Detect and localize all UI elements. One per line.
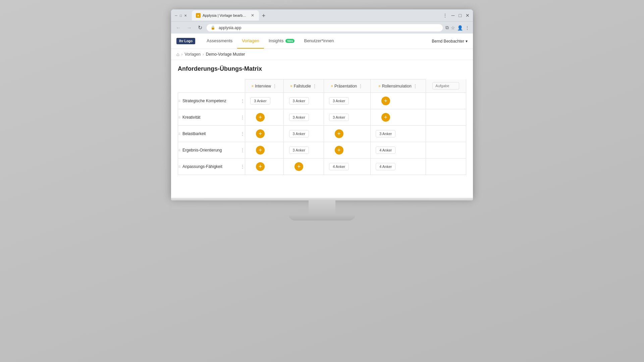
- forward-button[interactable]: →: [185, 24, 193, 32]
- cell-1-2[interactable]: 3 Anker: [324, 109, 370, 126]
- cell-4-3[interactable]: 4 Anker: [370, 159, 426, 175]
- anker-badge-2-3[interactable]: 3 Anker: [376, 130, 395, 137]
- logo[interactable]: Ihr Logo: [176, 38, 195, 44]
- col-header-aufgabe: [426, 79, 466, 93]
- col-label-3: Rollensimulation: [382, 84, 412, 88]
- breadcrumb-home-icon[interactable]: ⌂: [176, 52, 179, 57]
- tab-close-button[interactable]: ✕: [250, 13, 255, 18]
- settings-icon[interactable]: ⋮: [442, 12, 448, 19]
- benutzer-label: Benutzer*innen: [304, 38, 334, 43]
- address-bar: ← → ↻ 🔒 applysia.app ⧉ ☆ 👤 ⋮: [171, 21, 473, 34]
- col-header-fallstudie: ≡ Fallstudie ⋮: [284, 79, 324, 93]
- add-btn-2-2[interactable]: +: [335, 129, 343, 138]
- back-button[interactable]: ←: [174, 24, 182, 32]
- add-btn-0-3[interactable]: +: [381, 97, 390, 105]
- main-content: Anforderungs-Übungs-Matrix ≡ Interview ⋮: [171, 60, 473, 180]
- tab-favicon: A: [196, 13, 201, 18]
- cell-1-1[interactable]: 3 Anker: [284, 109, 324, 126]
- cell-0-2[interactable]: 3 Anker: [324, 93, 370, 109]
- aufgabe-input[interactable]: [432, 82, 459, 89]
- add-btn-1-3[interactable]: +: [381, 113, 390, 122]
- cell-4-0[interactable]: +: [245, 159, 284, 175]
- stand-base: [288, 214, 356, 221]
- cell-3-0[interactable]: +: [245, 142, 284, 159]
- new-tab-button[interactable]: +: [259, 11, 268, 20]
- matrix-table: ≡ Interview ⋮ ≡ Fallstudie ⋮: [178, 79, 466, 175]
- maximize-button[interactable]: □: [178, 13, 183, 18]
- row-menu-btn-2[interactable]: ⋮: [240, 131, 245, 136]
- cell-3-1[interactable]: 3 Anker: [284, 142, 324, 159]
- cell-3-2[interactable]: +: [324, 142, 370, 159]
- anker-badge-1-2[interactable]: 3 Anker: [329, 114, 349, 121]
- nav-vorlagen[interactable]: Vorlagen: [237, 34, 264, 49]
- cell-1-0[interactable]: +: [245, 109, 284, 126]
- col-menu-1[interactable]: ⋮: [312, 83, 317, 89]
- close-button[interactable]: ✕: [183, 13, 188, 18]
- nav-user[interactable]: Bernd Beobachter ▾: [432, 39, 468, 44]
- anker-badge-3-3[interactable]: 4 Anker: [376, 146, 395, 154]
- app-content: Ihr Logo Assessments Vorlagen Insights N…: [171, 34, 473, 198]
- nav-insights[interactable]: Insights Neu: [264, 34, 300, 49]
- breadcrumb-vorlagen[interactable]: Vorlagen: [184, 52, 200, 57]
- star-icon[interactable]: ☆: [451, 25, 455, 31]
- add-btn-4-1[interactable]: +: [294, 162, 303, 171]
- cell-4-1[interactable]: +: [284, 159, 324, 175]
- col-icon-3: ≡: [379, 84, 381, 88]
- row-menu-btn-1[interactable]: ⋮: [240, 115, 245, 120]
- col-menu-0[interactable]: ⋮: [272, 83, 277, 89]
- anker-badge-4-2[interactable]: 4 Anker: [329, 163, 349, 170]
- anker-badge-0-2[interactable]: 3 Anker: [329, 97, 349, 105]
- anker-badge-1-1[interactable]: 3 Anker: [289, 114, 309, 121]
- nav-assessments[interactable]: Assessments: [202, 34, 237, 49]
- row-menu-btn-0[interactable]: ⋮: [240, 98, 245, 104]
- row-label-text-0: Strategische Kompetenz: [182, 99, 226, 103]
- add-btn-2-0[interactable]: +: [256, 129, 265, 138]
- cell-2-0[interactable]: +: [245, 126, 284, 142]
- insights-badge: Neu: [285, 39, 294, 43]
- cell-2-2[interactable]: +: [324, 126, 370, 142]
- anker-badge-2-1[interactable]: 3 Anker: [289, 130, 309, 137]
- cell-4-2[interactable]: 4 Anker: [324, 159, 370, 175]
- cell-2-3[interactable]: 3 Anker: [370, 126, 426, 142]
- add-btn-4-0[interactable]: +: [256, 162, 265, 171]
- table-row: ≡ Kreativität ⋮ +3 Anker3 Anker+: [178, 109, 466, 126]
- row-label-cell-4: ≡ Anpassungs-Fähigkeit ⋮: [178, 159, 245, 175]
- nav-benutzer[interactable]: Benutzer*innen: [299, 34, 338, 49]
- add-btn-1-0[interactable]: +: [256, 113, 265, 122]
- cell-3-3[interactable]: 4 Anker: [370, 142, 426, 159]
- drag-icon-1: ≡: [178, 115, 180, 120]
- restore-icon[interactable]: □: [458, 12, 462, 19]
- reload-button[interactable]: ↻: [196, 24, 204, 32]
- extensions-icon[interactable]: ⧉: [445, 25, 449, 31]
- anker-badge-0-1[interactable]: 3 Anker: [289, 97, 309, 105]
- col-menu-2[interactable]: ⋮: [358, 83, 363, 89]
- cell-0-1[interactable]: 3 Anker: [284, 93, 324, 109]
- active-tab[interactable]: A Applysia | Vorlage bearbeiten ✕: [192, 10, 259, 20]
- user-chevron-icon: ▾: [466, 39, 468, 44]
- row-label-text-1: Kreativität: [182, 115, 200, 120]
- menu-icon[interactable]: ⋮: [465, 25, 470, 31]
- close-icon[interactable]: ✕: [465, 12, 470, 19]
- address-bar-right: ⧉ ☆ 👤 ⋮: [445, 25, 470, 31]
- row-menu-btn-4[interactable]: ⋮: [240, 164, 245, 169]
- anker-badge-3-1[interactable]: 3 Anker: [289, 146, 309, 154]
- address-input[interactable]: 🔒 applysia.app: [207, 24, 443, 32]
- add-btn-3-0[interactable]: +: [256, 146, 265, 155]
- col-menu-3[interactable]: ⋮: [413, 83, 418, 89]
- anker-badge-0-0[interactable]: 3 Anker: [250, 97, 270, 105]
- cell-2-1[interactable]: 3 Anker: [284, 126, 324, 142]
- drag-icon-3: ≡: [178, 148, 180, 153]
- row-menu-btn-3[interactable]: ⋮: [240, 147, 245, 153]
- minimize-icon[interactable]: ─: [451, 12, 455, 19]
- cell-0-0[interactable]: 3 Anker: [245, 93, 284, 109]
- cell-1-3[interactable]: +: [370, 109, 426, 126]
- anker-badge-4-3[interactable]: 4 Anker: [376, 163, 395, 170]
- add-btn-3-2[interactable]: +: [335, 146, 343, 155]
- profile-icon[interactable]: 👤: [457, 25, 463, 31]
- breadcrumb-sep-1: ›: [181, 52, 182, 57]
- empty-cell-1: [426, 109, 466, 126]
- drag-icon-0: ≡: [178, 99, 180, 103]
- row-label-text-2: Belastbarkeit: [182, 131, 206, 136]
- cell-0-3[interactable]: +: [370, 93, 426, 109]
- minimize-button[interactable]: ─: [174, 13, 178, 18]
